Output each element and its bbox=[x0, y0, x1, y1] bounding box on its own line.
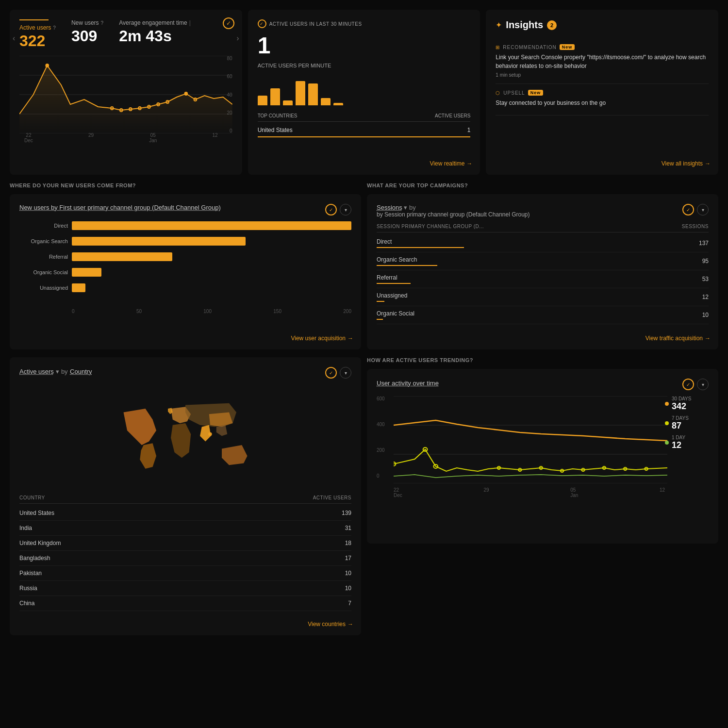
rt-countries-header: TOP COUNTRIES ACTIVE USERS bbox=[258, 113, 471, 122]
insight-rec-type: ⊞ RECOMMENDATION New bbox=[496, 44, 709, 50]
map-chevron-icon[interactable]: ▾ bbox=[340, 367, 351, 379]
rt-country-bar bbox=[258, 136, 471, 137]
line-chart-svg bbox=[19, 56, 232, 133]
chart-y-labels: 806040200 bbox=[221, 56, 232, 133]
bar-label: Organic Search bbox=[19, 238, 68, 244]
campaign-bar bbox=[377, 247, 464, 248]
next-arrow[interactable]: › bbox=[236, 34, 239, 43]
bar-row: Unassigned bbox=[19, 283, 351, 292]
map-country-label[interactable]: Country bbox=[70, 368, 92, 375]
rt-title: ✓ ACTIVE USERS IN LAST 30 MINUTES bbox=[258, 19, 471, 28]
activity-chevron-icon[interactable]: ▾ bbox=[697, 379, 709, 390]
country-row-inner: United States 139 bbox=[19, 506, 351, 521]
activity-icon-group: ✓ ▾ bbox=[682, 379, 709, 390]
bar-x-label: 200 bbox=[343, 309, 351, 314]
table-row-inner: Direct 137 bbox=[377, 234, 709, 252]
campaign-bar bbox=[377, 265, 437, 266]
country-row: United States 139 bbox=[19, 506, 351, 521]
campaign-bar bbox=[377, 319, 383, 320]
country-name: United States bbox=[19, 510, 342, 516]
activity-section: HOW ARE ACTIVE USERS TRENDING? User acti… bbox=[367, 357, 718, 635]
campaigns-check-icon: ✓ bbox=[682, 204, 694, 215]
country-row-inner: Pakistan 10 bbox=[19, 566, 351, 581]
campaigns-section: WHAT ARE YOUR TOP CAMPAIGNS? Sessions ▾ … bbox=[367, 182, 718, 349]
campaigns-title: Sessions ▾ by bbox=[377, 204, 530, 211]
campaign-value: 10 bbox=[702, 312, 709, 318]
help-icon2: ? bbox=[101, 20, 104, 26]
bar-fill-wrap bbox=[72, 283, 351, 292]
country-row: United Kingdom 18 bbox=[19, 536, 351, 551]
country-row-inner: United Kingdom 18 bbox=[19, 536, 351, 551]
campaign-value: 95 bbox=[702, 258, 709, 265]
svg-point-15 bbox=[208, 432, 212, 436]
map-section: Active users ▾ by Country ✓ ▾ bbox=[10, 357, 361, 635]
view-countries-link[interactable]: View countries → bbox=[308, 621, 353, 628]
chart-x-labels: 22Dec 29 05Jan 12 bbox=[24, 132, 218, 143]
activity-check-icon: ✓ bbox=[682, 379, 694, 390]
metrics-row: Active users ? 322 New users ? 309 Avera… bbox=[19, 19, 232, 50]
campaigns-table: Direct 137 Organic Search 95 Referral 53… bbox=[377, 234, 709, 324]
world-map bbox=[19, 384, 351, 491]
rt-country-row: United States 1 bbox=[258, 125, 471, 135]
new-users-icon-group: ✓ ▾ bbox=[325, 204, 351, 215]
bar-fill bbox=[72, 268, 101, 277]
bar-x-label: 150 bbox=[273, 309, 281, 314]
view-traffic-acquisition-link[interactable]: View traffic acquisition → bbox=[645, 335, 711, 342]
map-title[interactable]: Active users bbox=[19, 368, 54, 375]
bar-x-label: 0 bbox=[72, 309, 75, 314]
country-name: United Kingdom bbox=[19, 540, 345, 546]
svg-point-16 bbox=[202, 427, 206, 431]
bar-label: Direct bbox=[19, 223, 68, 229]
rt-bar-5 bbox=[308, 83, 318, 105]
bar-fill-wrap bbox=[72, 221, 351, 230]
legend-7days: 7 DAYS 87 bbox=[665, 415, 709, 431]
avg-engagement-value: 2m 43s bbox=[119, 27, 191, 45]
rt-bars bbox=[258, 76, 471, 105]
active-users-label: Active users ? bbox=[19, 24, 56, 31]
bar-fill bbox=[72, 221, 351, 230]
bar-fill-wrap bbox=[72, 252, 351, 261]
activity-chart-title: User activity over time bbox=[377, 380, 439, 387]
bar-row: Referral bbox=[19, 252, 351, 261]
rec-new-badge: New bbox=[560, 44, 575, 50]
activity-y-labels: 6004002000 bbox=[377, 396, 391, 479]
campaigns-chevron-icon[interactable]: ▾ bbox=[697, 204, 709, 215]
upsell-new-badge: New bbox=[528, 90, 544, 96]
new-users-chart-title[interactable]: New users by First user primary channel … bbox=[19, 204, 221, 211]
bar-fill bbox=[72, 283, 85, 292]
legend-1day: 1 DAY 12 bbox=[665, 435, 709, 450]
bar-fill-wrap bbox=[72, 268, 351, 277]
rt-bar-6 bbox=[321, 98, 331, 105]
bar-row: Organic Social bbox=[19, 268, 351, 277]
metrics-card: ‹ › Active users ? 322 New users ? bbox=[10, 10, 242, 175]
prev-arrow[interactable]: ‹ bbox=[13, 34, 15, 43]
bar-fill bbox=[72, 252, 172, 261]
country-table: COUNTRY ACTIVE USERS United States 139 I… bbox=[19, 495, 351, 611]
rt-per-minute: ACTIVE USERS PER MINUTE bbox=[258, 63, 471, 68]
view-realtime-link[interactable]: View realtime → bbox=[430, 160, 473, 167]
view-user-acquisition-link[interactable]: View user acquisition → bbox=[291, 335, 353, 342]
country-row: Bangladesh 17 bbox=[19, 551, 351, 566]
insight-upsell: ⬡ UPSELL New Stay connected to your busi… bbox=[496, 84, 709, 116]
campaigns-sub: by Session primary channel group (Defaul… bbox=[377, 211, 530, 218]
view-insights-link[interactable]: View all insights → bbox=[662, 160, 711, 167]
country-value: 18 bbox=[345, 540, 351, 546]
new-users-chevron-icon[interactable]: ▾ bbox=[340, 204, 351, 215]
rt-bar-3 bbox=[283, 100, 293, 105]
country-value: 31 bbox=[345, 525, 351, 531]
table-row: Unassigned 12 bbox=[377, 288, 709, 306]
svg-point-5 bbox=[45, 64, 49, 67]
metrics-check-icon: ✓ bbox=[223, 17, 234, 29]
insights-badge: 2 bbox=[547, 20, 557, 30]
svg-point-13 bbox=[184, 92, 188, 96]
campaigns-icon-group: ✓ ▾ bbox=[682, 204, 709, 215]
new-users-label: New users ? bbox=[71, 19, 103, 26]
activity-section-title: HOW ARE ACTIVE USERS TRENDING? bbox=[367, 357, 718, 363]
campaign-bar bbox=[377, 283, 411, 284]
bar-label: Organic Social bbox=[19, 269, 68, 275]
table-row: Organic Social 10 bbox=[377, 306, 709, 324]
country-row-inner: Russia 10 bbox=[19, 581, 351, 596]
campaign-label: Organic Search bbox=[377, 256, 437, 263]
campaign-bar bbox=[377, 301, 384, 302]
country-row: China 7 bbox=[19, 596, 351, 611]
